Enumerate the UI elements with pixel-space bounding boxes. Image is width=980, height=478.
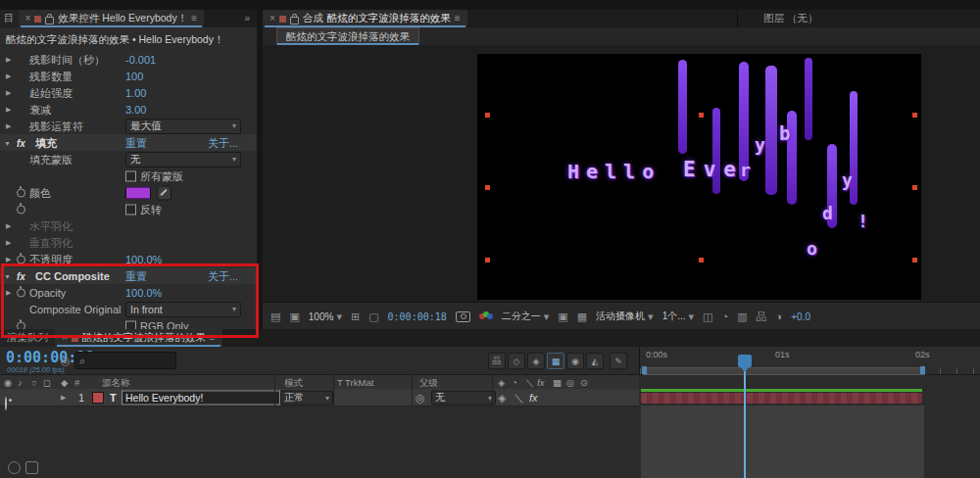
close-icon[interactable]: × <box>25 14 31 24</box>
selection-handle[interactable] <box>485 258 490 263</box>
preview-timecode[interactable]: 0:00:00:18 <box>388 311 447 322</box>
comp-canvas[interactable]: Hello Eve r y b y d o ! <box>477 54 921 300</box>
parent-dropdown[interactable]: 无 ▾ <box>431 390 496 405</box>
toggle-switches-icon[interactable] <box>8 461 21 474</box>
selection-handle[interactable] <box>485 113 490 118</box>
color-swatch[interactable] <box>125 186 151 199</box>
panel-menu-icon[interactable]: ≡ <box>455 14 461 24</box>
exposure-value[interactable]: +0.0 <box>791 311 810 322</box>
reset-link[interactable]: 重置 <box>125 135 147 150</box>
blend-mode-dropdown[interactable]: 正常 ▾ <box>280 390 333 405</box>
fx-toggle-icon[interactable]: fx <box>529 392 538 404</box>
twirl-icon[interactable]: ▶ <box>6 106 11 114</box>
brainstorm-icon[interactable]: ✎ <box>610 353 627 369</box>
quality-toggle-icon[interactable]: ＼ <box>514 390 524 405</box>
playhead-line[interactable] <box>744 355 746 478</box>
invert-checkbox[interactable] <box>125 204 136 215</box>
timeline-button-icon[interactable]: ▥ <box>737 311 747 323</box>
trkmat-column-label[interactable]: T TrkMat <box>337 377 373 388</box>
twirl-icon[interactable]: ▶ <box>61 394 66 402</box>
selection-handle[interactable] <box>699 113 704 118</box>
flowchart-icon[interactable]: 品 <box>488 353 506 369</box>
transfer-controls-icon[interactable] <box>25 461 38 474</box>
selection-handle[interactable] <box>485 185 490 190</box>
about-link[interactable]: 关于... <box>208 135 238 150</box>
effect-controls-panel: 目 × 效果控件 Hello Everybody！ ≡ » 酷炫的文字波浪掉落的… <box>0 10 257 329</box>
stopwatch-icon[interactable] <box>17 205 25 214</box>
eye-icon[interactable] <box>5 397 7 410</box>
work-area-start-handle[interactable] <box>642 366 647 374</box>
guides-icon[interactable]: ▣ <box>289 311 299 323</box>
layer-duration-bar[interactable] <box>641 393 922 404</box>
magnification-dropdown[interactable]: 100% ▾ <box>309 311 342 323</box>
lock-icon[interactable] <box>45 17 54 24</box>
filter-icon[interactable]: ◎ <box>61 355 71 367</box>
stopwatch-icon[interactable] <box>17 255 25 263</box>
work-area-bar[interactable] <box>643 367 925 375</box>
comp-viewer[interactable]: Hello Eve r y b y d o ! <box>263 45 980 302</box>
selection-handle[interactable] <box>912 258 917 263</box>
operator-dropdown[interactable]: 最大值 ▾ <box>125 119 241 134</box>
work-area-end-handle[interactable] <box>920 366 925 374</box>
snapshot-icon[interactable] <box>456 311 470 322</box>
layer-label-chip[interactable] <box>92 392 104 404</box>
twirl-icon[interactable]: ▶ <box>6 256 11 263</box>
twirl-icon[interactable]: ▶ <box>6 72 11 80</box>
tab-layer[interactable]: 图层 （无） <box>763 10 817 27</box>
mask-visibility-icon[interactable]: ▢ <box>368 311 378 323</box>
graph-editor-icon[interactable]: ◭ <box>586 353 604 369</box>
show-channel-icon[interactable] <box>479 311 493 321</box>
close-icon[interactable]: × <box>270 14 275 24</box>
twirl-icon[interactable]: ▶ <box>6 122 11 130</box>
selection-handle[interactable] <box>912 113 917 118</box>
property-value[interactable]: 100 <box>125 71 143 82</box>
fast-preview-icon[interactable]: ◔ <box>721 311 728 322</box>
motion-blur-icon[interactable]: ◉ <box>566 353 584 369</box>
eyedropper-icon[interactable] <box>157 185 172 200</box>
comp-duration-area[interactable] <box>641 406 924 478</box>
all-masks-checkbox[interactable] <box>125 170 136 181</box>
selection-handle[interactable] <box>699 258 704 263</box>
view-layout-dropdown[interactable]: 1个... ▾ <box>662 310 694 323</box>
pickwhip-icon[interactable]: ◎ <box>416 391 425 404</box>
pixel-aspect-icon[interactable]: ◫ <box>703 311 712 323</box>
shy-toggle-icon[interactable]: ◈ <box>498 391 506 404</box>
safe-margins-icon[interactable]: ⊞ <box>351 311 360 323</box>
draft3d-icon[interactable]: ◇ <box>508 353 525 369</box>
search-input[interactable] <box>88 355 161 367</box>
property-value[interactable]: 3.00 <box>125 104 146 116</box>
effect-header-fill[interactable]: ▼ fx 填充 重置 关于... <box>0 134 257 151</box>
flowchart-button-icon[interactable]: 品 <box>757 310 767 324</box>
view-options-icon[interactable]: ▤ <box>270 311 280 323</box>
tab-effect-controls[interactable]: × 效果控件 Hello Everybody！ ≡ <box>19 10 205 27</box>
time-ruler[interactable]: 0:00s 01s 02s <box>639 347 980 375</box>
tab-composition[interactable]: × 合成 酷炫的文字波浪掉落的效果 ≡ <box>263 10 467 27</box>
panel-menu-icon[interactable]: ≡ <box>191 14 197 24</box>
exposure-reset-icon[interactable]: ◑ <box>776 311 783 322</box>
selection-handle[interactable] <box>912 185 917 190</box>
twirl-icon[interactable]: ▶ <box>6 239 11 247</box>
transparency-grid-icon[interactable]: ▦ <box>577 311 587 323</box>
active-camera-dropdown[interactable]: 活动摄像机 ▾ <box>596 310 654 323</box>
twirl-icon[interactable]: ▶ <box>6 222 11 230</box>
property-value[interactable]: 1.00 <box>125 87 146 99</box>
twirl-icon[interactable]: ▼ <box>4 139 11 146</box>
tab-overflow[interactable]: » <box>237 10 257 27</box>
effect-name[interactable]: 填充 <box>35 135 57 150</box>
playhead-marker[interactable] <box>738 355 752 367</box>
layer-row[interactable]: ▶ 1 T Hello Everybody! 正常 ▾ ◎ 无 ▾ ◈ ＼ fx <box>0 389 639 406</box>
fill-mask-dropdown[interactable]: 无 ▾ <box>125 152 241 167</box>
timeline-searchbox[interactable]: ⌕ <box>74 352 176 369</box>
lock-icon[interactable] <box>290 17 299 24</box>
layer-name-box[interactable]: Hello Everybody! <box>122 390 280 405</box>
twirl-icon[interactable]: ▶ <box>6 56 11 64</box>
hide-shy-icon[interactable]: ◈ <box>527 353 545 369</box>
twirl-icon[interactable]: ▶ <box>6 89 11 97</box>
roi-icon[interactable]: ▣ <box>558 311 567 323</box>
property-value[interactable]: -0.001 <box>125 54 156 66</box>
stopwatch-icon[interactable] <box>17 188 25 197</box>
comp-nav-tab[interactable]: 酷炫的文字波浪掉落的效果 <box>276 27 419 45</box>
resolution-dropdown[interactable]: 二分之一 ▾ <box>502 310 550 323</box>
project-panel-tab[interactable]: 目 <box>0 10 19 27</box>
frame-blend-icon[interactable]: ▦ <box>547 353 564 369</box>
